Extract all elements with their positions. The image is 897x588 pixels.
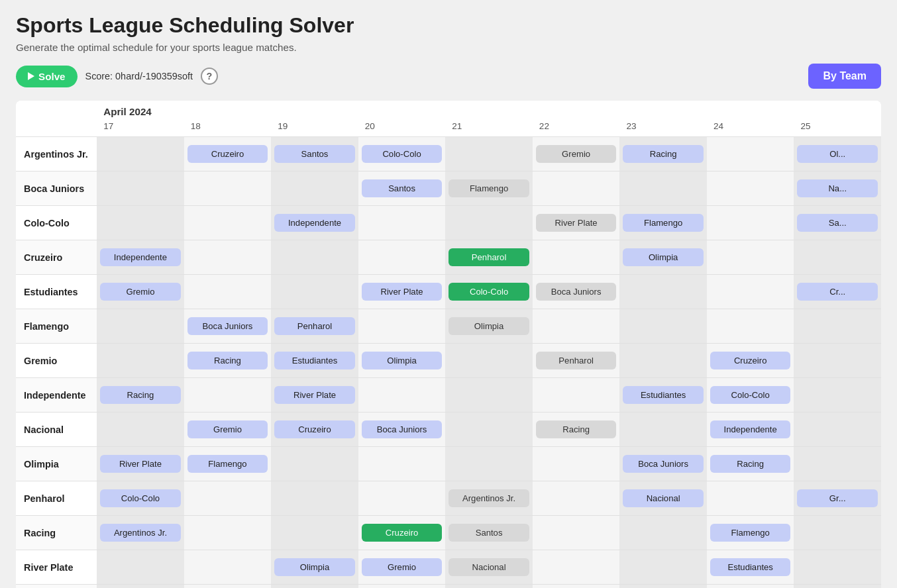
solve-button[interactable]: Solve: [16, 66, 78, 87]
match-badge[interactable]: Boca Juniors: [623, 455, 704, 473]
match-badge[interactable]: Olimpia: [623, 248, 704, 266]
match-badge[interactable]: Estudiantes: [274, 352, 355, 369]
schedule-cell: [794, 378, 881, 413]
table-row: CruzeiroIndependentePenharolOlimpia: [16, 240, 881, 275]
schedule-cell: Colo-Colo: [707, 378, 794, 413]
schedule-cell: [533, 550, 620, 585]
match-badge[interactable]: Flamengo: [448, 179, 529, 197]
match-badge[interactable]: Estudiantes: [710, 558, 791, 576]
schedule-cell: Argentinos Jr.: [97, 516, 184, 550]
schedule-cell: Colo-Colo: [184, 585, 272, 589]
match-badge[interactable]: Santos: [448, 524, 529, 542]
match-badge[interactable]: Boca Juniors: [187, 317, 268, 335]
match-badge[interactable]: Boca Juniors: [536, 283, 617, 301]
match-badge[interactable]: River Plate: [274, 386, 355, 404]
match-badge[interactable]: Olimpia: [448, 317, 529, 335]
schedule-cell: Olimpia: [445, 309, 533, 344]
match-badge[interactable]: Gremio: [362, 558, 443, 576]
schedule-cell: [445, 344, 533, 378]
match-badge[interactable]: River Plate: [100, 455, 181, 473]
match-badge[interactable]: Argentinos Jr.: [100, 524, 181, 542]
schedule-cell: Racing: [533, 413, 620, 447]
match-badge[interactable]: Flamengo: [623, 214, 704, 232]
match-badge[interactable]: Colo-Colo: [710, 386, 791, 404]
table-row: OlimpiaRiver PlateFlamengoBoca JuniorsRa…: [16, 447, 881, 481]
table-row: Argentinos Jr.CruzeiroSantosColo-ColoGre…: [16, 137, 881, 172]
match-badge[interactable]: Cruzeiro: [187, 145, 268, 163]
table-row: SantosEstudiantesColo-ColoGremioArgentin…: [16, 585, 881, 589]
schedule-cell: Gremio: [533, 137, 620, 172]
match-badge[interactable]: River Plate: [362, 283, 443, 301]
header-date-row: 17 18 19 20 21 22 23 24 25: [16, 119, 881, 137]
header-date-19: 19: [271, 119, 358, 137]
schedule-cell: [794, 240, 881, 275]
match-badge[interactable]: Olimpia: [274, 558, 355, 576]
header-date-21: 21: [445, 119, 533, 137]
schedule-cell: [358, 240, 446, 275]
toolbar: Solve Score: 0hard/-190359soft ? By Team: [16, 64, 881, 89]
schedule-cell: [707, 206, 794, 240]
match-badge[interactable]: Nacional: [448, 558, 529, 576]
team-label: Independente: [16, 378, 97, 413]
match-badge[interactable]: Santos: [362, 179, 443, 197]
match-badge[interactable]: Santos: [274, 145, 355, 163]
schedule-cell: [358, 378, 446, 413]
match-badge[interactable]: Cruzeiro: [362, 524, 443, 542]
match-badge[interactable]: Flamengo: [187, 455, 268, 473]
match-badge[interactable]: Penharol: [274, 317, 355, 335]
match-badge[interactable]: Colo-Colo: [362, 145, 443, 163]
match-badge[interactable]: Argentinos Jr.: [448, 489, 529, 507]
team-label: Nacional: [16, 413, 97, 447]
schedule-cell: Cr...: [794, 275, 881, 309]
match-badge[interactable]: Boca Juniors: [362, 420, 443, 438]
schedule-cell: [619, 172, 707, 206]
match-badge[interactable]: Gremio: [187, 420, 268, 438]
match-badge[interactable]: Cruzeiro: [274, 420, 355, 438]
schedule-cell: River Plate: [707, 585, 794, 589]
schedule-cell: [184, 481, 272, 516]
match-badge[interactable]: Gremio: [100, 283, 181, 301]
match-badge[interactable]: Racing: [623, 145, 704, 163]
by-team-button[interactable]: By Team: [808, 64, 881, 89]
schedule-cell: Santos: [358, 172, 446, 206]
schedule-cell: [533, 240, 620, 275]
schedule-cell: [619, 275, 707, 309]
match-badge[interactable]: Colo-Colo: [448, 283, 529, 301]
team-label: Penharol: [16, 481, 97, 516]
match-badge[interactable]: Sa...: [797, 214, 878, 232]
header-date-24: 24: [707, 119, 794, 137]
match-badge[interactable]: Na...: [797, 179, 878, 197]
match-badge[interactable]: Nacional: [623, 489, 704, 507]
match-badge[interactable]: River Plate: [536, 214, 617, 232]
schedule-cell: [97, 309, 184, 344]
schedule-cell: Na...: [794, 172, 881, 206]
match-badge[interactable]: Racing: [536, 420, 617, 438]
match-badge[interactable]: Racing: [710, 455, 791, 473]
match-badge[interactable]: Gr...: [797, 489, 878, 507]
match-badge[interactable]: Racing: [100, 386, 181, 404]
schedule-cell: [533, 172, 620, 206]
schedule-cell: Penharol: [445, 240, 533, 275]
match-badge[interactable]: Cr...: [797, 283, 878, 301]
match-badge[interactable]: Independente: [710, 420, 791, 438]
table-row: PenharolColo-ColoArgentinos Jr.NacionalG…: [16, 481, 881, 516]
match-badge[interactable]: Colo-Colo: [100, 489, 181, 507]
match-badge[interactable]: Independente: [274, 214, 355, 232]
schedule-cell: [794, 413, 881, 447]
schedule-cell: Olimpia: [358, 344, 446, 378]
match-badge[interactable]: Independente: [100, 248, 181, 266]
match-badge[interactable]: Flamengo: [710, 524, 791, 542]
match-badge[interactable]: Olimpia: [362, 352, 443, 369]
help-button[interactable]: ?: [201, 68, 218, 85]
match-badge[interactable]: Estudiantes: [623, 386, 704, 404]
match-badge[interactable]: Penharol: [536, 352, 617, 369]
match-badge[interactable]: Penharol: [448, 248, 529, 266]
match-badge[interactable]: Cruzeiro: [710, 352, 791, 369]
team-label: Racing: [16, 516, 97, 550]
schedule-cell: [445, 206, 533, 240]
match-badge[interactable]: Gremio: [536, 145, 617, 163]
schedule-cell: [97, 172, 184, 206]
match-badge[interactable]: Ol...: [797, 145, 878, 163]
match-badge[interactable]: Racing: [187, 352, 268, 369]
schedule-cell: [271, 275, 358, 309]
